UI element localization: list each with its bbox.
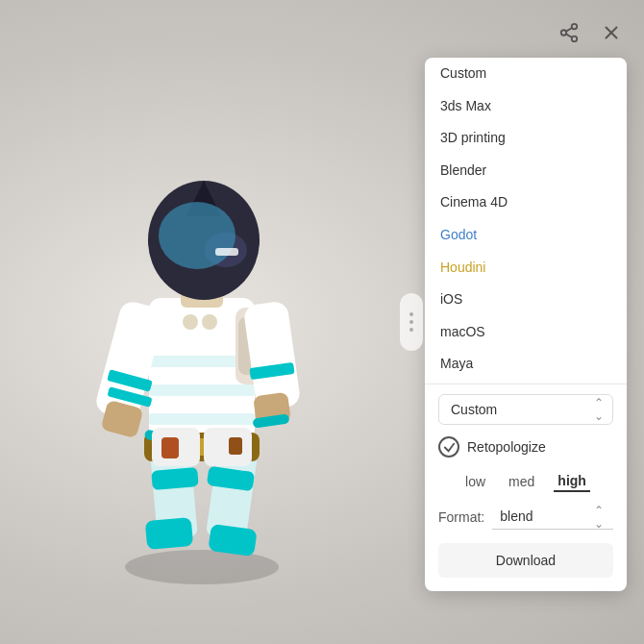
dropdown-item-maya[interactable]: Maya [425, 348, 627, 381]
format-row: Format: blend fbx obj glb ⌃⌄ [438, 504, 613, 530]
quality-low-button[interactable]: low [461, 472, 489, 491]
dropdown-item-3dsmax[interactable]: 3ds Max [425, 90, 627, 123]
format-select[interactable]: blend fbx obj glb [492, 504, 613, 530]
retopologize-checkbox[interactable] [438, 436, 459, 458]
retopologize-label: Retopologize [467, 439, 546, 455]
dropdown-item-godot[interactable]: Godot [425, 219, 627, 252]
svg-rect-8 [149, 413, 255, 425]
handle-dot [409, 312, 413, 316]
svg-rect-35 [161, 437, 179, 458]
svg-rect-26 [215, 248, 238, 256]
platform-dropdown-list[interactable]: Custom3ds Max3D printingBlenderCinema 4D… [425, 58, 627, 384]
svg-point-0 [125, 550, 279, 584]
svg-point-27 [183, 314, 198, 330]
retopologize-row[interactable]: Retopologize [438, 434, 613, 459]
dropdown-item-cinema4d[interactable]: Cinema 4D [425, 186, 627, 219]
svg-line-40 [566, 34, 572, 37]
dropdown-item-3dprinting[interactable]: 3D printing [425, 122, 627, 155]
top-icon-bar [554, 17, 627, 48]
handle-dot [409, 320, 413, 324]
quality-med-button[interactable]: med [505, 472, 538, 491]
handle-dot [409, 328, 413, 332]
svg-rect-36 [229, 437, 242, 455]
close-button[interactable] [596, 17, 627, 48]
quality-high-button[interactable]: high [554, 471, 590, 492]
download-button[interactable]: Download [438, 543, 613, 578]
quality-row: lowmedhigh [438, 471, 613, 492]
character-viewport [19, 48, 384, 606]
handle-dots [409, 312, 413, 332]
dropdown-item-houdini[interactable]: Houdini [425, 252, 627, 285]
platform-select-row[interactable]: Custom ⌃⌄ [438, 394, 613, 425]
svg-rect-33 [151, 467, 199, 490]
share-button[interactable] [554, 17, 584, 48]
svg-rect-32 [204, 428, 252, 466]
export-controls: Custom ⌃⌄ Retopologize lowmedhigh Format… [425, 384, 627, 591]
dropdown-item-custom[interactable]: Custom [425, 58, 627, 90]
dropdown-item-blender[interactable]: Blender [425, 155, 627, 187]
svg-rect-7 [149, 384, 255, 396]
svg-rect-3 [145, 517, 193, 550]
dropdown-item-ios[interactable]: iOS [425, 284, 627, 316]
export-panel: Custom3ds Max3D printingBlenderCinema 4D… [425, 58, 627, 591]
svg-point-28 [202, 314, 217, 330]
svg-point-25 [159, 202, 235, 269]
platform-select[interactable]: Custom [438, 394, 613, 425]
dropdown-item-macos[interactable]: macOS [425, 316, 627, 349]
svg-line-41 [566, 28, 572, 32]
format-select-wrapper[interactable]: blend fbx obj glb ⌃⌄ [492, 504, 613, 530]
panel-resize-handle[interactable] [400, 293, 423, 351]
format-label: Format: [438, 509, 484, 525]
